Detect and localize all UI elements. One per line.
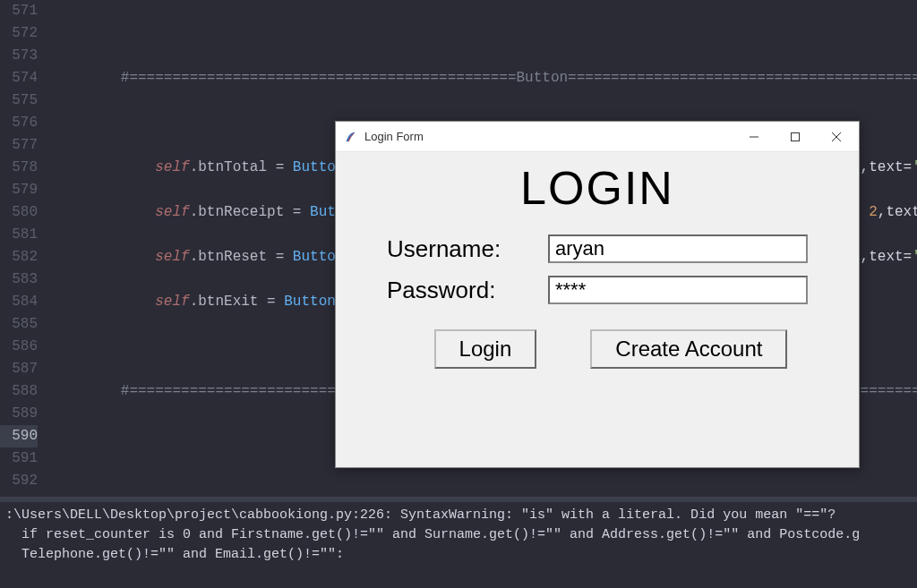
line-number: 574 [0,67,38,89]
line-number: 584 [0,291,38,313]
line-number: 589 [0,403,38,425]
close-button[interactable] [816,124,857,150]
line-number: 577 [0,134,38,157]
password-label: Password: [387,277,548,304]
line-number: 590 [0,425,38,447]
line-number: 579 [0,179,38,201]
line-number-gutter: 571 572 573 574 575 576 577 578 579 580 … [0,0,47,497]
console-line: :\Users\DELL\Desktop\project\cabbookiong… [5,507,836,523]
console-line: if reset_counter is 0 and Firstname.get(… [5,527,860,542]
window-titlebar[interactable]: Login Form [336,122,859,152]
password-input[interactable] [548,276,808,304]
line-number: 587 [0,358,38,380]
line-number: 593 [0,492,38,497]
username-input[interactable] [548,234,808,263]
tk-feather-icon [343,130,357,144]
login-button[interactable]: Login [434,329,537,369]
line-number: 572 [0,22,38,45]
line-number: 576 [0,112,38,134]
comment: #=======================================… [121,70,917,86]
username-label: Username: [387,235,548,263]
maximize-button[interactable] [775,124,816,150]
console-output[interactable]: :\Users\DELL\Desktop\project\cabbookiong… [0,502,917,588]
line-number: 582 [0,246,38,268]
svg-rect-1 [792,132,800,141]
line-number: 573 [0,45,38,67]
username-row: Username: [387,234,808,263]
line-number: 585 [0,313,38,336]
line-number: 575 [0,89,38,112]
line-number: 592 [0,470,38,492]
password-row: Password: [387,276,808,304]
line-number: 581 [0,224,38,246]
line-number: 591 [0,447,38,470]
login-window: Login Form LOGIN Username: Password: Log… [335,121,860,468]
line-number: 580 [0,201,38,224]
line-number: 586 [0,336,38,358]
login-body: LOGIN Username: Password: Login Create A… [336,152,859,369]
button-row: Login Create Account [407,329,788,369]
create-account-button[interactable]: Create Account [590,329,787,369]
minimize-button[interactable] [733,124,775,150]
line-number: 583 [0,268,38,291]
line-number: 571 [0,0,38,22]
line-number: 588 [0,380,38,403]
console-line: Telephone.get()!="" and Email.get()!="": [5,547,344,562]
login-heading: LOGIN [520,161,674,215]
line-number: 578 [0,157,38,179]
window-title: Login Form [364,130,733,143]
